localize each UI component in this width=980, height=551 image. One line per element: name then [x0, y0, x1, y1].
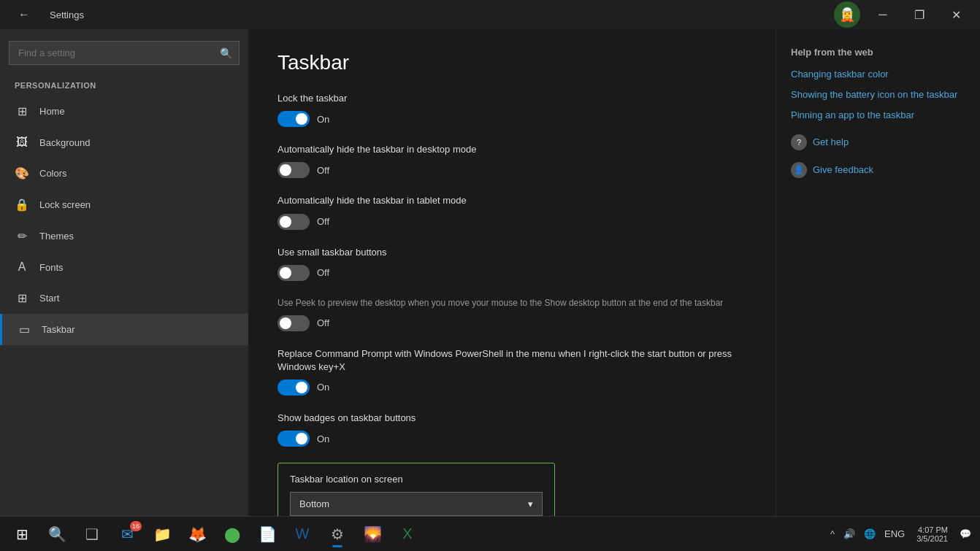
toggle-label-peek: Off: [317, 317, 329, 328]
help-link-link1[interactable]: Changing taskbar color: [791, 68, 965, 81]
search-container: 🔍: [9, 41, 240, 65]
sidebar-item-fonts[interactable]: AFonts: [0, 252, 248, 282]
sidebar-item-lock-screen[interactable]: 🔒Lock screen: [0, 189, 248, 220]
systray: ^ 🔊 🌐 ENG: [827, 527, 908, 541]
network-icon[interactable]: 🌐: [861, 527, 878, 541]
toggle-label-auto-hide-desktop: Off: [317, 165, 329, 176]
maximize-button[interactable]: ❐: [903, 3, 936, 26]
toggle-lock-taskbar[interactable]: [277, 111, 310, 127]
task-view-taskbar-icon: ❑: [85, 525, 99, 543]
sidebar-section-title: Personalization: [0, 74, 248, 96]
taskbar-app-mail[interactable]: ✉16: [111, 520, 143, 549]
taskbar-app-firefox[interactable]: 🦊: [181, 520, 213, 549]
toggle-powershell[interactable]: [277, 379, 310, 396]
word-taskbar-icon: W: [296, 525, 310, 542]
window-title: Settings: [50, 9, 84, 20]
back-button[interactable]: ←: [7, 3, 41, 26]
taskbar-app-start[interactable]: ⊞: [6, 520, 38, 549]
sidebar-item-start[interactable]: ⊞Start: [0, 282, 248, 314]
sidebar: 🔍 Personalization ⊞Home🖼Background🎨Color…: [0, 29, 248, 516]
taskbar-app-chrome[interactable]: ⬤: [216, 520, 248, 549]
toggle-label-auto-hide-tablet: Off: [317, 216, 329, 227]
taskbar-location-dropdown[interactable]: Bottom ▾: [290, 492, 543, 516]
minimize-button[interactable]: ─: [866, 3, 900, 26]
toggle-badges[interactable]: [277, 431, 310, 447]
sidebar-item-label: Colors: [39, 168, 67, 179]
content-main: Taskbar Lock the taskbar On Automaticall…: [248, 29, 776, 516]
search-taskbar-icon: 🔍: [48, 525, 66, 543]
sidebar-item-label: Start: [39, 293, 59, 304]
taskbar-app-settings[interactable]: ⚙: [321, 520, 353, 549]
toggle-label-powershell: On: [317, 382, 329, 393]
setting-auto-hide-tablet: Automatically hide the taskbar in tablet…: [277, 194, 746, 229]
taskbar-app-acrobat[interactable]: 📄: [251, 520, 283, 549]
help-title: Help from the web: [791, 47, 965, 58]
chrome-taskbar-icon: ⬤: [224, 525, 240, 543]
sidebar-item-label: Themes: [39, 231, 74, 242]
title-bar: ← Settings 🧝 ─ ❐ ✕: [0, 0, 980, 29]
taskbar-app-photos[interactable]: 🌄: [356, 520, 388, 549]
get-help-label[interactable]: Get help: [813, 136, 849, 147]
taskbar-right: ^ 🔊 🌐 ENG 4:07 PM 3/5/2021 💬: [827, 524, 974, 544]
colors-icon: 🎨: [15, 166, 29, 180]
notification-button[interactable]: 💬: [957, 527, 974, 541]
clock-time: 4:07 PM: [916, 525, 948, 534]
toggle-label-lock-taskbar: On: [317, 114, 329, 125]
sidebar-item-background[interactable]: 🖼Background: [0, 127, 248, 158]
close-button[interactable]: ✕: [939, 3, 973, 26]
setting-auto-hide-desktop: Automatically hide the taskbar in deskto…: [277, 143, 746, 178]
search-input[interactable]: [9, 41, 240, 65]
home-icon: ⊞: [15, 104, 29, 118]
lang-label[interactable]: ENG: [881, 527, 908, 541]
give-feedback-label[interactable]: Give feedback: [813, 164, 873, 175]
toggle-auto-hide-tablet[interactable]: [277, 214, 310, 230]
setting-label-badges: Show badges on taskbar buttons: [277, 412, 746, 425]
themes-icon: ✏: [15, 229, 29, 243]
get-help-icon: ?: [791, 134, 807, 150]
sidebar-item-label: Background: [39, 137, 90, 148]
settings-taskbar-icon: ⚙: [331, 525, 344, 543]
clock-date: 3/5/2021: [916, 534, 948, 543]
systray-chevron[interactable]: ^: [827, 527, 838, 541]
sidebar-item-taskbar[interactable]: ▭Taskbar: [0, 314, 248, 345]
taskbar-clock[interactable]: 4:07 PM 3/5/2021: [912, 524, 952, 544]
help-link-link3[interactable]: Pinning an app to the taskbar: [791, 109, 965, 122]
setting-label-powershell: Replace Command Prompt with Windows Powe…: [277, 347, 746, 374]
taskbar-app-file-explorer[interactable]: 📁: [146, 520, 178, 549]
help-action-give-feedback[interactable]: 👤 Give feedback: [791, 162, 965, 178]
sidebar-item-themes[interactable]: ✏Themes: [0, 220, 248, 252]
toggle-peek[interactable]: [277, 315, 310, 331]
help-action-get-help[interactable]: ? Get help: [791, 134, 965, 150]
excel-taskbar-icon: X: [402, 525, 412, 542]
sidebar-item-label: Fonts: [39, 262, 64, 273]
toggle-label-badges: On: [317, 434, 329, 444]
taskbar-app-word[interactable]: W: [286, 520, 318, 549]
setting-label-small-buttons: Use small taskbar buttons: [277, 246, 746, 259]
sidebar-item-label: Home: [39, 106, 65, 117]
acrobat-taskbar-icon: 📄: [259, 525, 277, 543]
setting-lock-taskbar: Lock the taskbar On: [277, 92, 746, 127]
photos-taskbar-icon: 🌄: [364, 525, 382, 543]
sidebar-item-colors[interactable]: 🎨Colors: [0, 158, 248, 189]
toggle-auto-hide-desktop[interactable]: [277, 162, 310, 178]
taskbar-app-task-view[interactable]: ❑: [76, 520, 108, 549]
sidebar-item-home[interactable]: ⊞Home: [0, 96, 248, 127]
dropdown-selected-value: Bottom: [299, 498, 329, 509]
lock-screen-icon: 🔒: [15, 198, 29, 212]
volume-icon[interactable]: 🔊: [841, 527, 858, 541]
search-icon: 🔍: [220, 47, 232, 59]
setting-label-auto-hide-tablet: Automatically hide the taskbar in tablet…: [277, 194, 746, 207]
toggle-small-buttons[interactable]: [277, 265, 310, 281]
dropdown-section: Taskbar location on screen Bottom ▾: [277, 463, 555, 516]
taskbar-app-search[interactable]: 🔍: [41, 520, 73, 549]
help-link-link2[interactable]: Showing the battery icon on the taskbar: [791, 88, 965, 101]
taskbar-app-excel[interactable]: X: [391, 520, 424, 549]
fonts-icon: A: [15, 261, 29, 274]
avatar: 🧝: [834, 1, 860, 28]
dropdown-section-label: Taskbar location on screen: [290, 474, 543, 485]
start-icon: ⊞: [15, 291, 29, 305]
taskbar-icon: ▭: [17, 323, 31, 336]
chevron-down-icon: ▾: [528, 498, 533, 509]
sidebar-item-label: Taskbar: [42, 324, 75, 335]
setting-badges: Show badges on taskbar buttons On: [277, 412, 746, 447]
